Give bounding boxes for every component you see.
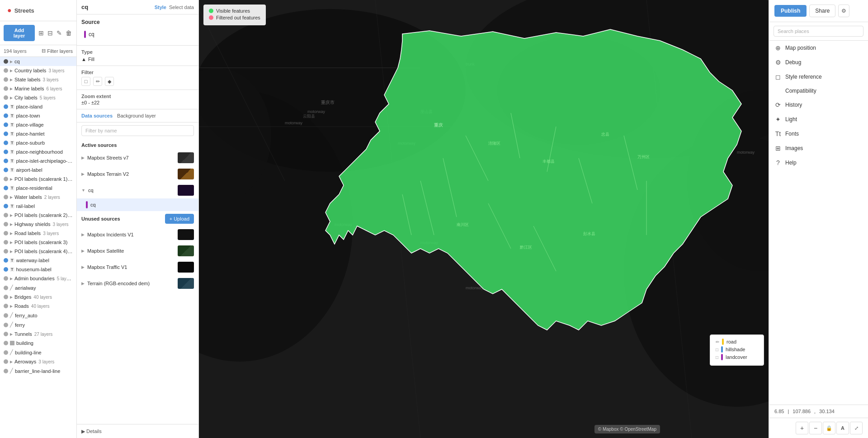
layer-name: place-island	[16, 104, 73, 109]
layer-item-place-residential[interactable]: T place-residential	[0, 184, 76, 193]
active-source-streets[interactable]: ▶ Mapbox Streets v7	[77, 150, 198, 166]
layer-item-poi-labels-2[interactable]: ▶ POI labels (scalerank 2) …	[0, 211, 76, 220]
source-name-cq: cq	[88, 188, 175, 193]
source-thumb-terrain	[178, 169, 194, 179]
map-area[interactable]: motorway motorway trunk motorway motorwa…	[199, 0, 769, 438]
menu-item-map-position[interactable]: ⊕ Map position	[769, 41, 868, 55]
copy-icon[interactable]: ⊞	[38, 28, 45, 38]
layer-item-airport-label[interactable]: T airport-label	[0, 165, 76, 174]
layer-item-place-islet-archipelago[interactable]: T place-islet-archipelago-…	[0, 156, 76, 165]
settings-button[interactable]: ⚙	[838, 5, 849, 17]
source-section: Source cq	[77, 14, 198, 46]
expand-button[interactable]: ⤢	[850, 422, 863, 434]
active-sources-title: Active sources	[77, 139, 198, 150]
layer-name: building-line	[15, 350, 73, 355]
upload-button[interactable]: + Upload	[165, 214, 194, 224]
filter-edit-icon[interactable]: ✏	[93, 77, 102, 86]
layer-item-housenum-label[interactable]: T housenum-label	[0, 265, 76, 274]
tooltip-label-landcover: landcover	[726, 354, 747, 360]
publish-button[interactable]: Publish	[774, 5, 807, 17]
layer-item-building[interactable]: building	[0, 339, 76, 348]
layer-item-admin-boundaries[interactable]: ▶ Admin boundaries 5 laye…	[0, 274, 76, 283]
layer-item-place-island[interactable]: T place-island	[0, 102, 76, 111]
unused-source-terrain-rgb[interactable]: ▶ Terrain (RGB-encoded dem)	[77, 275, 198, 292]
background-layer-tab[interactable]: Background layer	[117, 113, 156, 118]
menu-item-light[interactable]: ✦ Light	[769, 112, 868, 127]
layer-item-place-neighbourhood[interactable]: T place-neighbourhood	[0, 147, 76, 156]
active-source-terrain[interactable]: ▶ Mapbox Terrain V2	[77, 166, 198, 182]
menu-label-fonts: Fonts	[785, 131, 799, 137]
expand-icon: ▼	[81, 188, 85, 193]
menu-item-style-reference[interactable]: ◻ Style reference	[769, 70, 868, 84]
edit-icon[interactable]: ✎	[56, 28, 63, 38]
source-name-streets: Mapbox Streets v7	[87, 155, 175, 160]
middle-header: cq Style Select data	[77, 0, 198, 14]
style-tab[interactable]: Style	[155, 5, 166, 10]
filter-square-icon[interactable]: □	[81, 77, 90, 86]
menu-item-compatibility[interactable]: Compatibility	[769, 84, 868, 98]
expand-icon: ▶	[10, 360, 13, 364]
layer-item-city-labels[interactable]: ▶ City labels 5 layers	[0, 93, 76, 102]
search-places-input[interactable]	[774, 26, 863, 37]
unused-source-traffic[interactable]: ▶ Mapbox Traffic V1	[77, 259, 198, 275]
select-data-tab[interactable]: Select data	[169, 5, 194, 10]
data-sources-search-input[interactable]	[81, 125, 194, 136]
layer-item-aeroways[interactable]: ▶ Aeroways 3 layers	[0, 357, 76, 366]
layer-item-country-labels[interactable]: ▶ Country labels 3 layers	[0, 66, 76, 75]
grid-icon[interactable]: ⊟	[47, 28, 54, 38]
zoom-out-button[interactable]: −	[809, 422, 822, 434]
active-source-cq[interactable]: ▼ cq	[77, 182, 198, 198]
layer-item-place-village[interactable]: T place-village	[0, 120, 76, 129]
layer-item-tunnels[interactable]: ▶ Tunnels 27 layers	[0, 330, 76, 339]
layer-item-bridges[interactable]: ▶ Bridges 40 layers	[0, 292, 76, 301]
type-section: Type ▲ Fill	[77, 46, 198, 66]
layer-item-waterway-label[interactable]: T waterway-label	[0, 256, 76, 265]
filter-layers-button[interactable]: ⊟ Filter layers	[42, 48, 73, 54]
share-button[interactable]: Share	[809, 5, 835, 17]
layer-item-rail-label[interactable]: T rail-label	[0, 202, 76, 211]
unused-source-satellite[interactable]: ▶ Mapbox Satellite	[77, 243, 198, 259]
layer-item-water-labels[interactable]: ▶ Water labels 2 layers	[0, 193, 76, 202]
layer-dot	[4, 168, 8, 172]
layer-item-road-labels[interactable]: ▶ Road labels 3 layers	[0, 229, 76, 238]
svg-text:motorway: motorway	[285, 121, 303, 125]
layer-item-poi-labels-1[interactable]: ▶ POI labels (scalerank 1) …	[0, 174, 76, 184]
menu-item-help[interactable]: ? Help	[769, 155, 868, 170]
menu-item-history[interactable]: ⟳ History	[769, 98, 868, 112]
layer-item-highway-shields[interactable]: ▶ Highway shields 3 layers	[0, 220, 76, 229]
menu-item-fonts[interactable]: Tt Fonts	[769, 127, 868, 141]
menu-item-images[interactable]: ⊞ Images	[769, 141, 868, 155]
layer-item-roads[interactable]: ▶ Roads 40 layers	[0, 301, 76, 311]
add-layer-button[interactable]: Add layer	[4, 25, 35, 41]
source-item[interactable]: cq	[81, 29, 194, 40]
zoom-in-button[interactable]: +	[796, 422, 808, 434]
app-logo: ● Streets	[4, 4, 38, 17]
layer-item-aerialway[interactable]: ╱ aerialway	[0, 283, 76, 292]
layer-item-ferry[interactable]: ╱ ferry	[0, 320, 76, 330]
active-source-cq-sub[interactable]: cq	[77, 198, 198, 211]
lock-button[interactable]: 🔒	[823, 422, 835, 434]
layer-item-place-suburb[interactable]: T place-suburb	[0, 138, 76, 147]
filter-diamond-icon[interactable]: ◆	[105, 77, 114, 86]
layer-item-place-town[interactable]: T place-town	[0, 111, 76, 120]
layer-item-cq[interactable]: ▶ cq	[0, 57, 76, 66]
layer-item-place-hamlet[interactable]: T place-hamlet	[0, 129, 76, 138]
layer-item-barrier-line-land-line[interactable]: ╱ barrier_line-land-line	[0, 366, 76, 376]
layer-item-ferry-auto[interactable]: ╱ ferry_auto	[0, 311, 76, 320]
layer-item-marine-labels[interactable]: ▶ Marine labels 6 layers	[0, 84, 76, 93]
layer-item-building-line[interactable]: ╱ building-line	[0, 348, 76, 357]
menu-item-debug[interactable]: ⚙ Debug	[769, 55, 868, 70]
type-text-icon: T	[10, 159, 14, 163]
expand-icon: ▶	[10, 78, 13, 82]
unused-source-incidents[interactable]: ▶ Mapbox Incidents V1	[77, 226, 198, 243]
layer-item-row: ▶ Bridges 40 layers	[4, 294, 73, 300]
delete-icon[interactable]: 🗑	[65, 28, 73, 38]
font-button[interactable]: A	[836, 422, 849, 434]
layer-item-poi-labels-4[interactable]: ▶ POI labels (scalerank 4) …	[0, 247, 76, 256]
layer-dot	[4, 332, 8, 336]
layer-item-state-labels[interactable]: ▶ State labels 3 layers	[0, 75, 76, 84]
svg-text:云阳县: 云阳县	[303, 114, 315, 118]
details-toggle[interactable]: ▶ Details	[81, 429, 102, 434]
layer-item-poi-labels-3[interactable]: ▶ POI labels (scalerank 3)	[0, 238, 76, 247]
data-sources-tab[interactable]: Data sources	[81, 113, 113, 118]
